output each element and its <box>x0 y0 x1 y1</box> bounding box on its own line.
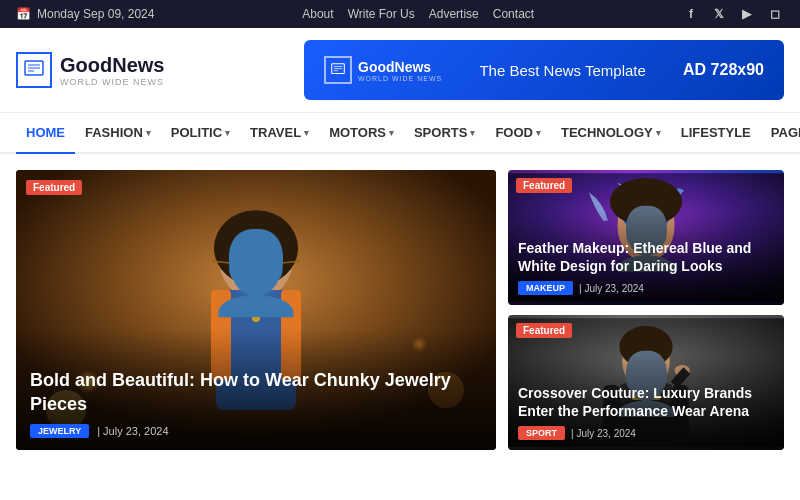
svg-point-21 <box>254 256 282 274</box>
ad-logo-icon <box>324 56 352 84</box>
nav-pages[interactable]: PAGES ▾ <box>761 113 800 152</box>
svg-point-20 <box>230 256 258 274</box>
featured-main[interactable]: Featured Bold and Beautiful: How to Wear… <box>16 170 496 450</box>
featured-meta: JEWELRY July 23, 2024 <box>30 424 482 438</box>
svg-point-14 <box>214 210 298 286</box>
top-bar-social: f 𝕏 ▶ ◻ <box>682 5 784 23</box>
card-1-title: Feather Makeup: Ethereal Blue and White … <box>518 239 774 275</box>
calendar-icon: 📅 <box>16 7 31 21</box>
nav-motors[interactable]: MOTORS ▾ <box>319 113 404 152</box>
chevron-icon: ▾ <box>304 128 309 138</box>
card-2-date: July 23, 2024 <box>571 428 636 439</box>
chevron-icon: ▾ <box>536 128 541 138</box>
featured-badge: Featured <box>26 180 82 195</box>
nav-politic[interactable]: POLITIC ▾ <box>161 113 240 152</box>
top-bar-date: Monday Sep 09, 2024 <box>37 7 154 21</box>
chevron-icon: ▾ <box>656 128 661 138</box>
svg-line-23 <box>282 261 300 263</box>
content-area: Featured Bold and Beautiful: How to Wear… <box>0 154 800 466</box>
card-2-title: Crossover Couture: Luxury Brands Enter t… <box>518 384 774 420</box>
nav-travel[interactable]: TRAVEL ▾ <box>240 113 319 152</box>
card-2-badge: Featured <box>516 323 572 338</box>
card-2-caption: Crossover Couture: Luxury Brands Enter t… <box>508 354 784 450</box>
card-2[interactable]: Featured Crossover Couture: Luxury Brand… <box>508 315 784 450</box>
header: GoodNews WORLD WIDE NEWS GoodNews WORLD … <box>0 28 800 113</box>
featured-tag[interactable]: JEWELRY <box>30 424 89 438</box>
card-1-meta: MAKEUP July 23, 2024 <box>518 281 774 295</box>
logo-icon <box>16 52 52 88</box>
logo[interactable]: GoodNews WORLD WIDE NEWS <box>16 52 164 88</box>
x-icon[interactable]: 𝕏 <box>710 5 728 23</box>
card-1-tag[interactable]: MAKEUP <box>518 281 573 295</box>
nav-lifestyle[interactable]: LIFESTYLE <box>671 113 761 152</box>
youtube-icon[interactable]: ▶ <box>738 5 756 23</box>
nav-about[interactable]: About <box>302 7 333 21</box>
logo-name: GoodNews <box>60 53 164 77</box>
right-column: Featured Feather Makeup: Ethereal Blue a… <box>508 170 784 450</box>
nav-write-for-us[interactable]: Write For Us <box>348 7 415 21</box>
nav-home[interactable]: HOME <box>16 113 75 154</box>
card-1[interactable]: Featured Feather Makeup: Ethereal Blue a… <box>508 170 784 305</box>
card-2-meta: SPORT July 23, 2024 <box>518 426 774 440</box>
featured-caption: Bold and Beautiful: How to Wear Chunky J… <box>16 329 496 450</box>
chevron-icon: ▾ <box>225 128 230 138</box>
svg-point-19 <box>252 314 260 322</box>
nav-contact[interactable]: Contact <box>493 7 534 21</box>
card-1-caption: Feather Makeup: Ethereal Blue and White … <box>508 209 784 305</box>
ad-logo-text: GoodNews WORLD WIDE NEWS <box>358 59 442 82</box>
ad-logo-sub: WORLD WIDE NEWS <box>358 75 442 82</box>
ad-logo: GoodNews WORLD WIDE NEWS <box>324 56 442 84</box>
ad-size: AD 728x90 <box>683 61 764 79</box>
nav-sports[interactable]: SPORTS ▾ <box>404 113 485 152</box>
chevron-icon: ▾ <box>470 128 475 138</box>
instagram-icon[interactable]: ◻ <box>766 5 784 23</box>
top-bar-nav: About Write For Us Advertise Contact <box>302 7 534 21</box>
card-1-badge: Featured <box>516 178 572 193</box>
svg-point-18 <box>234 304 278 316</box>
ad-logo-name: GoodNews <box>358 59 442 75</box>
logo-text: GoodNews WORLD WIDE NEWS <box>60 53 164 88</box>
nav-fashion[interactable]: FASHION ▾ <box>75 113 161 152</box>
chevron-icon: ▾ <box>389 128 394 138</box>
card-2-tag[interactable]: SPORT <box>518 426 565 440</box>
ad-tagline: The Best News Template <box>458 62 667 79</box>
svg-line-22 <box>212 261 230 263</box>
main-nav: HOME FASHION ▾ POLITIC ▾ TRAVEL ▾ MOTORS… <box>0 113 800 154</box>
top-bar: 📅 Monday Sep 09, 2024 About Write For Us… <box>0 0 800 28</box>
featured-title: Bold and Beautiful: How to Wear Chunky J… <box>30 369 482 416</box>
logo-sub: WORLD WIDE NEWS <box>60 77 164 88</box>
ad-banner[interactable]: GoodNews WORLD WIDE NEWS The Best News T… <box>304 40 784 100</box>
top-bar-left: 📅 Monday Sep 09, 2024 <box>16 7 154 21</box>
nav-food[interactable]: FOOD ▾ <box>485 113 551 152</box>
facebook-icon[interactable]: f <box>682 5 700 23</box>
featured-date: July 23, 2024 <box>97 425 168 437</box>
card-1-date: July 23, 2024 <box>579 283 644 294</box>
chevron-icon: ▾ <box>146 128 151 138</box>
nav-technology[interactable]: TECHNOLOGY ▾ <box>551 113 671 152</box>
nav-advertise[interactable]: Advertise <box>429 7 479 21</box>
